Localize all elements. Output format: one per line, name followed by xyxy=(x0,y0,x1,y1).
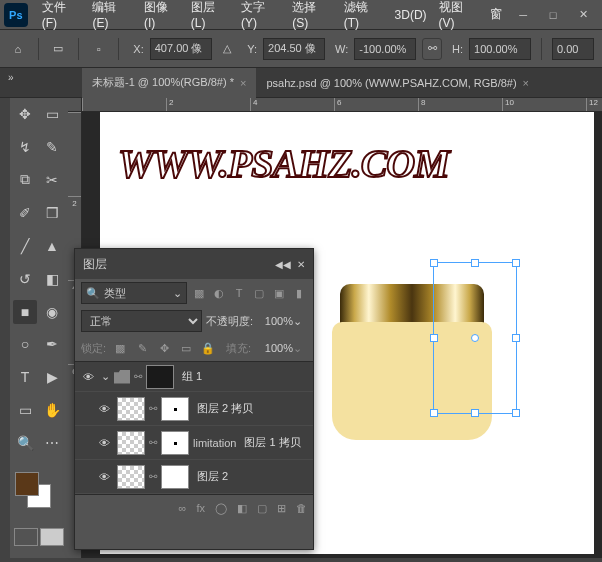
marquee-tool[interactable]: ▭ xyxy=(40,102,64,126)
close-icon[interactable]: × xyxy=(240,77,246,89)
foreground-swatch[interactable] xyxy=(15,472,39,496)
menu-type[interactable]: 文字(Y) xyxy=(235,0,286,30)
lock-artboard-icon[interactable]: ▭ xyxy=(178,340,194,356)
opacity-field[interactable] xyxy=(257,315,293,327)
layer-mask[interactable] xyxy=(161,431,189,455)
eraser-tool[interactable]: ◧ xyxy=(40,267,64,291)
fill-field[interactable] xyxy=(257,342,293,354)
crop-tool[interactable]: ⧉ xyxy=(13,168,37,192)
handle-bc[interactable] xyxy=(471,409,479,417)
lock-all-icon[interactable]: 🔒 xyxy=(200,340,216,356)
delta-icon[interactable]: △ xyxy=(218,38,238,60)
lasso-tool[interactable]: ↯ xyxy=(13,135,37,159)
adjustment-icon[interactable]: ◧ xyxy=(237,502,247,515)
type-tool[interactable]: T xyxy=(13,365,37,389)
angle-field[interactable] xyxy=(552,38,594,60)
expand-panels-icon[interactable]: » xyxy=(8,72,14,83)
filter-adjust-icon[interactable]: ◐ xyxy=(211,285,227,301)
h-field[interactable] xyxy=(469,38,531,60)
layer-mask[interactable] xyxy=(161,397,189,421)
filter-pixel-icon[interactable]: ▩ xyxy=(191,285,207,301)
layer-group[interactable]: 👁 ⌄ ⚯ 组 1 xyxy=(75,362,313,392)
menu-edit[interactable]: 编辑(E) xyxy=(86,0,137,30)
filter-shape-icon[interactable]: ▢ xyxy=(251,285,267,301)
chevron-down-icon[interactable]: ⌄ xyxy=(293,342,302,355)
mask-icon[interactable]: ◯ xyxy=(215,502,227,515)
slice-tool[interactable]: ✂ xyxy=(40,168,64,192)
transform-box[interactable] xyxy=(433,262,517,414)
tr	-icon[interactable]: 🗑 xyxy=(296,502,307,514)
collapse-icon[interactable]: ◀◀ xyxy=(275,259,291,270)
tab-psahz[interactable]: psahz.psd @ 100% (WWW.PSAHZ.COM, RGB/8#)… xyxy=(256,68,539,98)
layer-mask[interactable] xyxy=(146,365,174,389)
close-icon[interactable]: × xyxy=(523,77,529,89)
quickmask-off[interactable] xyxy=(14,528,38,546)
menu-layer[interactable]: 图层(L) xyxy=(185,0,235,30)
color-swatches[interactable] xyxy=(13,470,65,514)
pen-tool[interactable]: ✒ xyxy=(40,332,64,356)
wand-tool[interactable]: ✎ xyxy=(40,135,64,159)
lock-pos-icon[interactable]: ✥ xyxy=(156,340,172,356)
stamp-tool[interactable]: ▲ xyxy=(40,234,64,258)
chevron-down-icon[interactable]: ⌄ xyxy=(101,370,110,383)
chevron-down-icon[interactable]: ⌄ xyxy=(173,287,182,300)
minimize-button[interactable]: ─ xyxy=(508,3,538,27)
layer-thumb[interactable] xyxy=(117,465,145,489)
menu-image[interactable]: 图像(I) xyxy=(138,0,185,30)
visibility-icon[interactable]: 👁 xyxy=(95,434,113,452)
menu-filter[interactable]: 滤镜(T) xyxy=(338,0,389,30)
filter-type-icon[interactable]: T xyxy=(231,285,247,301)
layer-name[interactable]: 图层 2 拷贝 xyxy=(197,401,253,416)
gradient-tool[interactable]: ■ xyxy=(13,300,37,324)
layer-thumb[interactable] xyxy=(117,431,145,455)
link-wh-button[interactable]: ⚯ xyxy=(422,38,442,60)
layer-item[interactable]: 👁 ⚯ 图层 2 拷贝 xyxy=(75,392,313,426)
eyedropper-tool[interactable]: ✐ xyxy=(13,201,37,225)
menu-select[interactable]: 选择(S) xyxy=(286,0,337,30)
visibility-icon[interactable]: 👁 xyxy=(95,400,113,418)
new-layer-icon[interactable]: ⊞ xyxy=(277,502,286,515)
menu-3d[interactable]: 3D(D) xyxy=(389,8,433,22)
visibility-icon[interactable]: 👁 xyxy=(95,468,113,486)
hand-tool[interactable]: ✋ xyxy=(40,398,64,422)
y-field[interactable] xyxy=(263,38,325,60)
layer-thumb[interactable] xyxy=(117,397,145,421)
dodge-tool[interactable]: ○ xyxy=(13,332,37,356)
zoom-tool[interactable]: 🔍 xyxy=(13,431,37,455)
handle-mr[interactable] xyxy=(512,334,520,342)
layer-name[interactable]: 图层 1 拷贝 xyxy=(244,435,300,450)
w-field[interactable] xyxy=(354,38,416,60)
link-layers-icon[interactable]: ∞ xyxy=(179,502,187,514)
menu-view[interactable]: 视图(V) xyxy=(433,0,484,30)
filter-toggle-icon[interactable]: ▮ xyxy=(291,285,307,301)
ruler-corner[interactable] xyxy=(68,98,82,112)
edit-toolbar[interactable]: ⋯ xyxy=(40,431,64,455)
patch-tool[interactable]: ❒ xyxy=(40,201,64,225)
x-field[interactable] xyxy=(150,38,212,60)
move-tool[interactable]: ✥ xyxy=(13,102,37,126)
lock-paint-icon[interactable]: ✎ xyxy=(134,340,150,356)
blur-tool[interactable]: ◉ xyxy=(40,300,64,324)
path-select-tool[interactable]: ▶ xyxy=(40,365,64,389)
panel-header[interactable]: 图层 ◀◀ ✕ xyxy=(75,249,313,279)
handle-bl[interactable] xyxy=(430,409,438,417)
handle-ml[interactable] xyxy=(430,334,438,342)
layer-name[interactable]: 图层 2 xyxy=(197,469,228,484)
layer-item[interactable]: 👁 ⚯ limitation 图层 1 拷贝 xyxy=(75,426,313,460)
layer-filter[interactable]: 🔍 类型 ⌄ xyxy=(81,282,187,304)
transform-icon[interactable]: ▭ xyxy=(48,38,68,60)
layer-name[interactable]: 组 1 xyxy=(182,369,202,384)
handle-br[interactable] xyxy=(512,409,520,417)
layer-item[interactable]: 👁 ⚯ 图层 2 xyxy=(75,460,313,494)
ruler-horizontal[interactable]: 246810121416 xyxy=(82,98,602,112)
tab-untitled[interactable]: 未标题-1 @ 100%(RGB/8#) * × xyxy=(82,68,256,98)
handle-tr[interactable] xyxy=(512,259,520,267)
close-button[interactable]: ✕ xyxy=(568,3,598,27)
menu-file[interactable]: 文件(F) xyxy=(36,0,87,30)
fx-icon[interactable]: fx xyxy=(196,502,205,514)
panel-close-icon[interactable]: ✕ xyxy=(297,259,305,270)
blend-mode-select[interactable]: 正常 xyxy=(81,310,202,332)
visibility-icon[interactable]: 👁 xyxy=(79,368,97,386)
handle-tc[interactable] xyxy=(471,259,479,267)
history-brush-tool[interactable]: ↺ xyxy=(13,267,37,291)
